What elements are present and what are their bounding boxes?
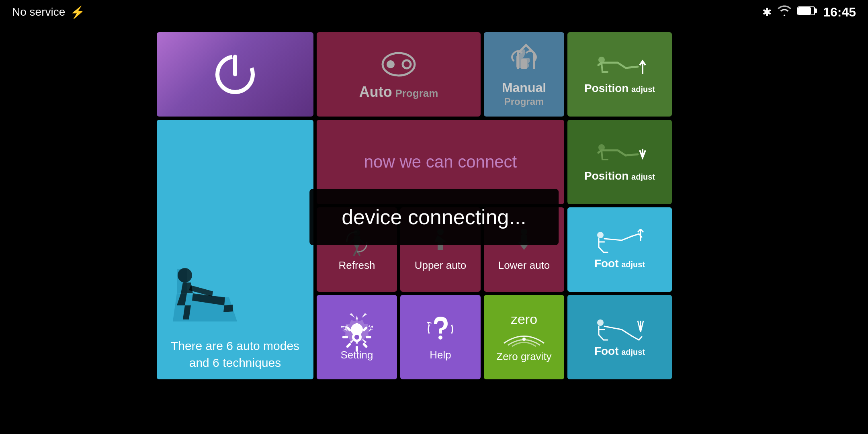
auto-program-label: Auto Program: [359, 84, 438, 100]
zero-gravity-icon: [500, 327, 548, 347]
svg-rect-29: [362, 342, 368, 348]
foot-up-icon: [596, 229, 644, 257]
manual-program-icon: [506, 41, 542, 77]
foot-down-label: Foot adjust: [594, 345, 645, 358]
svg-point-35: [522, 338, 526, 341]
person-silhouette-icon: [165, 253, 245, 334]
help-icon: [424, 313, 457, 346]
position-down-label: Position adjust: [584, 170, 655, 182]
svg-rect-23: [356, 323, 358, 328]
battery-icon: [797, 5, 817, 19]
svg-point-6: [387, 60, 395, 68]
usb-icon: ⚡: [70, 5, 85, 19]
svg-rect-31: [346, 342, 351, 348]
bluetooth-icon: ✱: [762, 6, 772, 19]
svg-point-13: [178, 268, 192, 283]
power-tile[interactable]: [157, 32, 313, 117]
zero-gravity-tile[interactable]: zero Zero gravity: [484, 295, 564, 379]
manual-program-label: Manual Program: [484, 80, 564, 108]
connect-text: now we can connect: [364, 152, 517, 172]
position-down-icon: [594, 141, 646, 170]
no-service-text: No service: [12, 6, 65, 18]
status-right: ✱ 16:45: [762, 5, 856, 20]
lower-auto-label: Lower auto: [498, 259, 550, 272]
status-bar: No service ⚡ ✱ 16:45: [0, 0, 868, 24]
svg-rect-33: [346, 326, 351, 332]
setting-tile[interactable]: Setting: [317, 295, 397, 379]
time-display: 16:45: [823, 5, 856, 20]
foot-up-label: Foot adjust: [594, 257, 645, 270]
svg-rect-27: [362, 326, 368, 332]
status-left: No service ⚡: [12, 5, 85, 19]
svg-point-38: [597, 319, 604, 326]
help-label: Help: [430, 349, 451, 361]
auto-program-tile[interactable]: Auto Program: [317, 32, 481, 117]
help-tile[interactable]: Help: [400, 295, 481, 379]
connecting-overlay: device connecting...: [309, 189, 559, 245]
svg-point-7: [403, 60, 411, 68]
power-icon: [211, 50, 259, 98]
svg-rect-2: [798, 8, 811, 14]
foot-down-tile[interactable]: Foot adjust: [567, 295, 672, 379]
svg-rect-30: [356, 346, 358, 352]
foot-down-icon: [596, 317, 644, 345]
upper-auto-label: Upper auto: [415, 259, 467, 272]
demo-description: There are 6 auto modes and 6 techniques: [165, 338, 305, 371]
svg-rect-32: [342, 336, 348, 338]
svg-point-36: [597, 232, 604, 238]
blue-demo-tile: There are 6 auto modes and 6 techniques: [157, 120, 313, 379]
svg-point-34: [438, 336, 442, 340]
auto-program-icon: [379, 48, 419, 80]
foot-up-tile[interactable]: Foot adjust: [567, 207, 672, 292]
position-adjust-down-tile[interactable]: Position adjust: [567, 120, 672, 204]
svg-rect-28: [366, 336, 371, 338]
zero-gravity-label: Zero gravity: [496, 350, 551, 363]
zero-text: zero: [511, 311, 537, 327]
wifi-icon: [777, 5, 792, 20]
connecting-text: device connecting...: [342, 205, 526, 229]
position-up-label: Position adjust: [584, 82, 655, 95]
position-up-icon: [594, 54, 646, 82]
gear-icon: [341, 321, 373, 353]
svg-rect-1: [815, 9, 817, 13]
position-adjust-up-tile[interactable]: Position adjust: [567, 32, 672, 117]
svg-point-22: [354, 335, 359, 340]
refresh-label: Refresh: [338, 259, 375, 272]
manual-program-tile[interactable]: Manual Program: [484, 32, 564, 117]
